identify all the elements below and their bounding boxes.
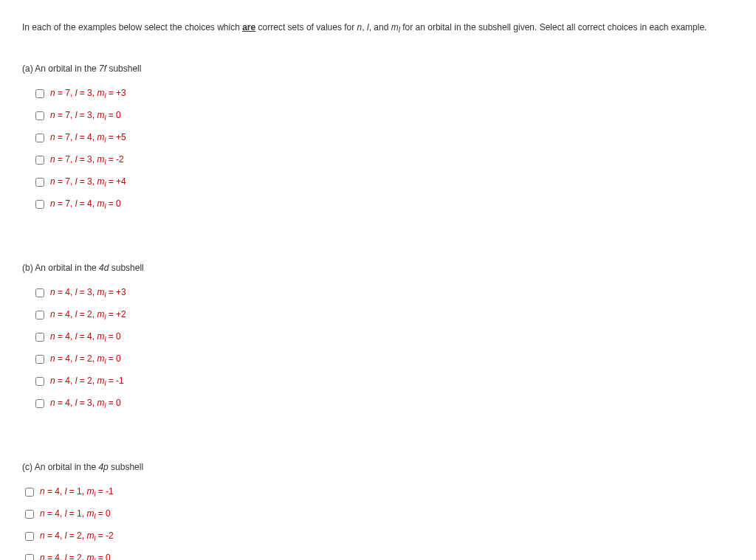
section-title: (a) An orbital in the 7f subshell	[22, 63, 734, 74]
choices-list: n = 4, l = 1, ml = -1n = 4, l = 1, ml = …	[22, 485, 734, 560]
choice-checkbox[interactable]	[35, 333, 44, 342]
choice-checkbox[interactable]	[35, 134, 44, 142]
choices-list: n = 7, l = 3, ml = +3n = 7, l = 3, ml = …	[22, 87, 734, 211]
choice-row: n = 7, l = 3, ml = 0	[32, 109, 734, 122]
choice-row: n = 4, l = 2, ml = 0	[32, 353, 734, 366]
question-section: (a) An orbital in the 7f subshelln = 7, …	[22, 63, 734, 211]
choice-row: n = 7, l = 3, ml = -2	[32, 153, 734, 167]
choice-checkbox[interactable]	[35, 311, 44, 319]
choice-row: n = 7, l = 3, ml = +4	[32, 176, 734, 189]
choice-checkbox[interactable]	[25, 532, 34, 541]
choice-label: n = 4, l = 2, ml = 0	[40, 553, 111, 560]
choice-checkbox[interactable]	[35, 377, 44, 386]
choice-checkbox[interactable]	[35, 200, 44, 209]
choice-label: n = 4, l = 3, ml = +3	[50, 287, 126, 299]
question-section: (c) An orbital in the 4p subshelln = 4, …	[22, 462, 734, 560]
choice-row: n = 4, l = 3, ml = +3	[32, 286, 734, 300]
section-label-suffix: subshell	[109, 462, 143, 472]
question-section: (b) An orbital in the 4d subshelln = 4, …	[22, 263, 734, 410]
choice-label: n = 7, l = 3, ml = -2	[50, 154, 124, 166]
choice-label: n = 4, l = 2, ml = +2	[50, 309, 126, 321]
choice-checkbox[interactable]	[35, 111, 44, 120]
choice-row: n = 4, l = 2, ml = -1	[32, 375, 734, 388]
instruction-pre: In each of the examples below select the…	[22, 22, 242, 32]
choice-label: n = 7, l = 3, ml = 0	[50, 110, 121, 122]
section-label: (b) An orbital in the	[22, 263, 99, 273]
choice-label: n = 4, l = 1, ml = 0	[40, 508, 111, 520]
choice-label: n = 4, l = 4, ml = 0	[50, 331, 121, 343]
instruction-mid: correct sets of values for	[255, 22, 357, 32]
choice-label: n = 7, l = 4, ml = +5	[50, 132, 126, 144]
choice-row: n = 7, l = 4, ml = +5	[32, 131, 734, 145]
instruction-c2: , and	[369, 22, 391, 32]
section-subshell: 4p	[98, 462, 108, 472]
choice-label: n = 7, l = 4, ml = 0	[50, 198, 121, 210]
instruction-text: In each of the examples below select the…	[22, 22, 734, 34]
section-label: (c) An orbital in the	[22, 462, 98, 472]
choice-row: n = 7, l = 4, ml = 0	[32, 198, 734, 211]
section-label: (a) An orbital in the	[22, 63, 99, 74]
choice-label: n = 7, l = 3, ml = +3	[50, 88, 126, 100]
instruction-c1: ,	[362, 22, 367, 32]
choice-row: n = 4, l = 1, ml = 0	[22, 508, 734, 521]
choice-checkbox[interactable]	[25, 510, 34, 519]
choice-label: n = 4, l = 2, ml = -1	[50, 376, 124, 387]
section-label-suffix: subshell	[109, 263, 143, 273]
choice-label: n = 7, l = 3, ml = +4	[50, 176, 126, 188]
choice-checkbox[interactable]	[35, 156, 44, 165]
choice-label: n = 4, l = 1, ml = -1	[40, 486, 114, 498]
choice-checkbox[interactable]	[35, 89, 44, 98]
choice-row: n = 4, l = 2, ml = -2	[22, 530, 734, 543]
choice-checkbox[interactable]	[35, 178, 44, 187]
choice-checkbox[interactable]	[25, 554, 34, 560]
choice-label: n = 4, l = 2, ml = -2	[40, 530, 114, 542]
section-subshell: 7f	[99, 63, 106, 74]
section-subshell: 4d	[99, 263, 109, 273]
choice-checkbox[interactable]	[25, 488, 34, 497]
instruction-are: are	[242, 22, 255, 32]
choice-row: n = 7, l = 3, ml = +3	[32, 87, 734, 100]
choice-row: n = 4, l = 4, ml = 0	[32, 331, 734, 344]
section-title: (c) An orbital in the 4p subshell	[22, 462, 734, 472]
choice-label: n = 4, l = 2, ml = 0	[50, 353, 121, 365]
instruction-post: for an orbital in the subshell given. Se…	[400, 22, 707, 32]
choice-checkbox[interactable]	[35, 399, 44, 408]
section-title: (b) An orbital in the 4d subshell	[22, 263, 734, 273]
choices-list: n = 4, l = 3, ml = +3n = 4, l = 2, ml = …	[22, 286, 734, 410]
section-label-suffix: subshell	[106, 63, 141, 74]
choice-checkbox[interactable]	[35, 355, 44, 364]
choice-checkbox[interactable]	[35, 288, 44, 297]
choice-row: n = 4, l = 2, ml = +2	[32, 308, 734, 322]
choice-row: n = 4, l = 1, ml = -1	[22, 485, 734, 499]
choice-row: n = 4, l = 2, ml = 0	[22, 552, 734, 560]
choice-label: n = 4, l = 3, ml = 0	[50, 398, 121, 409]
choice-row: n = 4, l = 3, ml = 0	[32, 397, 734, 410]
instruction-m: m	[391, 22, 399, 32]
